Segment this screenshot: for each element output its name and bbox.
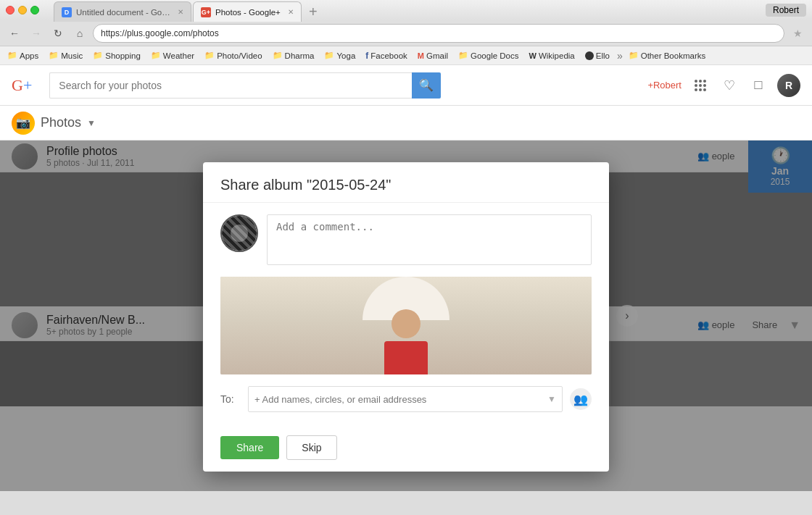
bookmark-dharma[interactable]: 📁 Dharma [268,49,319,62]
photos-dropdown-button[interactable]: ▼ [87,118,96,128]
address-bar[interactable]: https://plus.google.com/photos [93,24,784,43]
to-input[interactable] [254,394,544,405]
avatar-circle [231,225,248,242]
tab-photos-close[interactable]: ✕ [288,8,294,16]
bookmark-weather[interactable]: 📁 Weather [146,49,199,62]
bookmark-photovideo[interactable]: 📁 Photo/Video [200,49,266,62]
folder-icon: 📁 [151,51,161,60]
comment-row [220,214,592,265]
url-display: https://plus.google.com/photos [101,28,219,38]
user-profile-button[interactable]: Robert [766,4,806,17]
dialog-footer: Share Skip [203,424,609,472]
tab-docs[interactable]: D Untitled document - Googl... ✕ [54,1,191,22]
photos-favicon: G+ [201,7,211,17]
bookmark-star-button[interactable]: ★ [789,25,806,42]
traffic-lights [6,6,39,14]
bookmark-wikipedia[interactable]: W Wikipedia [525,50,579,62]
photo-background [220,277,592,374]
folder-icon: 📁 [204,51,215,60]
bookmark-other-label: Other Bookmarks [641,51,705,60]
search-button[interactable]: 🔍 [412,72,442,99]
photos-nav-label[interactable]: Photos [41,115,81,130]
folder-icon: 📁 [629,51,639,60]
bookmark-apps-label: Apps [20,51,38,60]
user-avatar-dialog [220,214,258,252]
wikipedia-icon: W [529,51,536,60]
user-name-link[interactable]: +Robert [647,80,682,91]
bookmark-gmail[interactable]: M Gmail [413,50,452,62]
search-input[interactable] [49,72,411,99]
child-shirt [384,341,428,374]
folder-icon: 📁 [324,51,334,60]
photos-app-icon: 📷 [12,112,35,135]
share-dialog: Share album "2015-05-24" [203,162,609,472]
folder-icon: 📁 [7,51,17,60]
dialog-body: To: ▼ 👥 [203,203,609,424]
nav-bar: ← → ↻ ⌂ https://plus.google.com/photos ★ [0,20,812,46]
gplus-header: G+ 🔍 +Robert ♡ □ R [0,65,812,106]
gmail-icon: M [418,51,424,60]
skip-button[interactable]: Skip [286,435,336,460]
to-dropdown-arrow[interactable]: ▼ [547,394,556,404]
bookmark-apps[interactable]: 📁 Apps [3,49,43,62]
home-button[interactable]: ⌂ [71,25,88,42]
bookmark-gmail-label: Gmail [426,51,448,60]
more-bookmarks-button[interactable]: » [617,50,623,62]
bookmark-music[interactable]: 📁 Music [44,49,87,62]
bookmark-music-label: Music [61,51,83,60]
bookmark-weather-label: Weather [163,51,194,60]
tab-docs-label: Untitled document - Googl... [76,8,170,17]
user-avatar[interactable]: R [777,74,800,97]
apps-grid-button[interactable] [690,75,710,96]
to-label: To: [220,393,241,405]
comment-input[interactable] [267,214,592,265]
gplus-logo[interactable]: G+ [12,76,32,95]
ello-icon [585,51,594,60]
bookmark-googledocs[interactable]: 📁 Google Docs [454,49,523,62]
child-head [392,309,420,338]
dialog-title: Share album "2015-05-24" [220,177,592,193]
search-container: 🔍 [49,72,441,99]
notifications-button[interactable]: ♡ [719,75,740,96]
facebook-icon: f [365,51,368,61]
bookmark-yoga-label: Yoga [336,51,355,60]
header-right: +Robert ♡ □ R [647,74,800,97]
photos-subheader: 📷 Photos ▼ [0,106,812,141]
add-people-button[interactable]: 👥 [570,388,592,410]
folder-icon: 📁 [93,51,103,60]
tab-docs-close[interactable]: ✕ [178,8,183,16]
bookmark-ello[interactable]: Ello [581,50,614,62]
bookmark-wikipedia-label: Wikipedia [539,51,575,60]
folder-icon: 📁 [458,51,468,60]
back-button[interactable]: ← [6,25,23,42]
bookmark-photovideo-label: Photo/Video [217,51,262,60]
bookmarks-bar: 📁 Apps 📁 Music 📁 Shopping 📁 Weather 📁 Ph… [0,46,812,65]
title-bar: D Untitled document - Googl... ✕ G+ Phot… [0,0,812,20]
dialog-header: Share album "2015-05-24" [203,162,609,203]
bookmark-googledocs-label: Google Docs [471,51,518,60]
bookmark-other[interactable]: 📁 Other Bookmarks [624,49,710,62]
to-input-wrapper[interactable]: ▼ [248,386,563,412]
modal-overlay: Share album "2015-05-24" [0,141,812,491]
bookmark-facebook[interactable]: f Facebook [361,49,412,62]
folder-icon: 📁 [273,51,283,60]
tab-photos-label: Photos - Google+ [215,8,281,17]
minimize-window-button[interactable] [18,6,27,14]
forward-button[interactable]: → [28,25,45,42]
refresh-button[interactable]: ↻ [49,25,67,42]
browser-chrome: D Untitled document - Googl... ✕ G+ Phot… [0,0,812,65]
new-tab-button[interactable]: + [303,1,323,22]
avatar-diagonal-pattern [222,216,257,251]
share-button[interactable]: □ [748,75,768,96]
bookmark-shopping[interactable]: 📁 Shopping [88,49,145,62]
share-submit-button[interactable]: Share [220,436,279,459]
bookmark-yoga[interactable]: 📁 Yoga [320,49,360,62]
folder-icon: 📁 [49,51,59,60]
maximize-window-button[interactable] [30,6,39,14]
bookmark-shopping-label: Shopping [105,51,141,60]
tab-photos[interactable]: G+ Photos - Google+ ✕ [193,1,302,22]
bookmark-facebook-label: Facebook [370,51,407,60]
bookmark-ello-label: Ello [596,51,610,60]
photo-preview [220,277,592,374]
close-window-button[interactable] [6,6,14,14]
